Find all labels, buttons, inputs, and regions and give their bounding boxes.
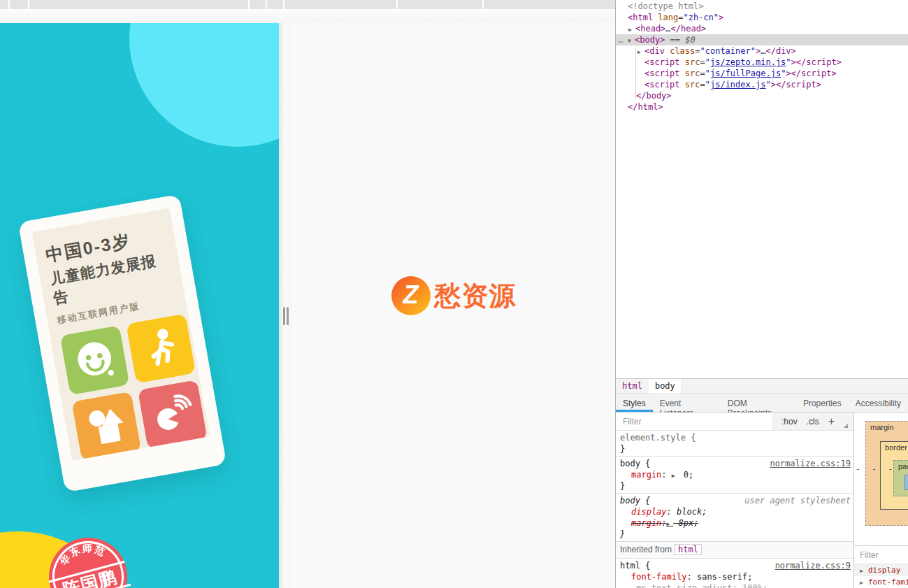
- code-token: src: [685, 69, 700, 78]
- styles-filter-row: :hov .cls +: [616, 413, 853, 431]
- code-token: src: [685, 57, 700, 67]
- stylesheet-link[interactable]: user agent stylesheet: [744, 495, 851, 506]
- tab-accessibility[interactable]: Accessibility: [849, 395, 908, 412]
- computed-property[interactable]: ▶font-family: [854, 576, 908, 588]
- blank-page-area: Z 愁资源: [292, 23, 615, 588]
- padding-label: padding: [898, 462, 908, 471]
- drag-handle-icon[interactable]: [287, 307, 289, 325]
- code-token: [680, 80, 685, 89]
- circle-decoration: [129, 23, 279, 147]
- pane-divider[interactable]: [279, 23, 292, 588]
- code-token: </body>: [636, 91, 672, 101]
- code-token: [680, 57, 685, 67]
- breadcrumb-html[interactable]: html: [616, 379, 649, 394]
- new-style-rule-button[interactable]: +: [828, 415, 835, 428]
- rule-selector[interactable]: element.style {: [620, 432, 696, 443]
- expand-arrow-icon[interactable]: ▶: [860, 577, 868, 588]
- tab-separator: [248, 0, 250, 9]
- code-token: =: [700, 69, 705, 78]
- code-token: lang: [658, 13, 678, 22]
- code-token: [680, 69, 685, 78]
- css-property[interactable]: margin: ▶ 0;: [620, 469, 851, 480]
- box-model-diagram: margin border padding - - -: [854, 413, 908, 545]
- code-token: js/fullPage.js: [710, 69, 781, 78]
- code-line[interactable]: <script src="js/zepto.min.js"></script>: [616, 57, 908, 68]
- tab-separator: [28, 0, 29, 9]
- stylesheet-link[interactable]: normalize.css:9: [775, 560, 851, 571]
- tab-properties[interactable]: Properties: [796, 395, 849, 412]
- computed-property[interactable]: ▶display: [854, 564, 908, 576]
- code-token: src: [685, 80, 700, 89]
- code-line[interactable]: </body>: [616, 90, 908, 101]
- css-property[interactable]: display: block;: [620, 506, 851, 517]
- margin-label: margin: [870, 423, 894, 431]
- css-rule[interactable]: body {normalize.css:19margin: ▶ 0;}: [616, 457, 853, 494]
- box-model-content[interactable]: [904, 475, 908, 490]
- code-token: js/zepto.min.js: [710, 57, 786, 67]
- inherited-chip-html[interactable]: html: [675, 544, 702, 555]
- tile-cognition: [71, 392, 141, 461]
- css-property[interactable]: margin:▶ 8px;: [620, 517, 851, 529]
- code-token: <div: [644, 46, 665, 56]
- tab-separator: [396, 0, 398, 9]
- code-line[interactable]: <script src="js/index.js"></script>: [616, 79, 908, 90]
- code-token: <script: [644, 69, 680, 78]
- stylesheet-link[interactable]: normalize.css:19: [770, 458, 851, 469]
- code-line[interactable]: ▶<div class="container">…</div>: [616, 45, 908, 57]
- toggle-class-button[interactable]: .cls: [807, 417, 819, 426]
- expand-arrow-icon[interactable]: ▶: [860, 565, 868, 577]
- code-line[interactable]: <html lang="zh-cn">: [616, 12, 908, 23]
- tab-event-listeners[interactable]: Event Listeners: [653, 395, 721, 412]
- css-rule[interactable]: html {normalize.css:9font-family: sans-s…: [616, 559, 853, 588]
- code-token: "zh-cn": [684, 13, 719, 22]
- css-property[interactable]: -ms-text-size-adjust: 100%;: [620, 582, 851, 588]
- tab-dom-breakpoints[interactable]: DOM Breakpoints: [721, 395, 796, 412]
- site-logo: Z 愁资源: [292, 275, 615, 317]
- code-token: </div>: [765, 46, 795, 56]
- elements-tree[interactable]: <!doctype html><html lang="zh-cn">▶<head…: [616, 1, 908, 378]
- sidebar-tabs: Styles Event Listeners DOM Breakpoints P…: [616, 395, 908, 413]
- css-rule-list-inherited: html {normalize.css:9font-family: sans-s…: [616, 559, 853, 588]
- toggle-hover-state-button[interactable]: :hov: [781, 417, 798, 426]
- tab-styles[interactable]: Styles: [616, 395, 653, 412]
- rule-selector[interactable]: body {: [620, 495, 650, 506]
- code-token: </html>: [628, 102, 663, 112]
- browser-toolbar: [0, 9, 615, 23]
- code-token: "container": [700, 46, 756, 56]
- code-token: js/index.js: [710, 80, 765, 89]
- code-token: ": [765, 80, 770, 89]
- code-line[interactable]: ▶<head>…</head>: [616, 23, 908, 34]
- code-token: </head>: [671, 24, 707, 34]
- css-rule[interactable]: element.style {}: [616, 431, 853, 457]
- css-property[interactable]: font-family: sans-serif;: [620, 571, 851, 582]
- page-viewport: 中国0-3岁 儿童能力发展报告 移动互联网用户版: [0, 23, 615, 588]
- devtools-panel: <!doctype html><html lang="zh-cn">▶<head…: [615, 0, 908, 588]
- logo-monogram: Z: [403, 282, 419, 308]
- css-rule[interactable]: body {user agent stylesheetdisplay: bloc…: [616, 494, 853, 542]
- computed-filter-input[interactable]: [854, 546, 908, 564]
- browser-tab-strip[interactable]: [0, 0, 615, 9]
- box-model-margin[interactable]: margin border padding: [865, 421, 908, 526]
- code-token: >: [719, 13, 723, 22]
- styles-pane: :hov .cls + element.style {}body {normal…: [616, 413, 853, 588]
- code-line[interactable]: </html>: [616, 101, 908, 113]
- report-tablet-graphic: 中国0-3岁 儿童能力发展报告 移动互联网用户版: [18, 194, 227, 493]
- box-model-left-values: - - -: [856, 464, 896, 473]
- computed-filter-row: [854, 545, 908, 564]
- element-breadcrumb-bar: html body: [616, 378, 908, 394]
- code-line[interactable]: …▼<body> == $0: [616, 34, 908, 45]
- styles-filter-input[interactable]: [616, 413, 772, 430]
- tab-separator: [8, 0, 10, 9]
- code-line[interactable]: <!doctype html>: [616, 1, 908, 12]
- rule-selector[interactable]: body {: [620, 458, 650, 469]
- code-line[interactable]: <script src="js/fullPage.js"></script>: [616, 68, 908, 79]
- ability-tile-grid: [60, 314, 208, 461]
- code-token: =: [695, 46, 700, 56]
- box-model-border[interactable]: border padding: [880, 441, 908, 510]
- breadcrumb-body[interactable]: body: [649, 379, 682, 394]
- code-token: =: [700, 57, 705, 67]
- more-actions-icon[interactable]: …: [618, 34, 624, 45]
- rule-selector[interactable]: html {: [620, 560, 650, 571]
- drag-handle-icon[interactable]: [283, 307, 285, 325]
- logo-text: 愁资源: [435, 278, 517, 314]
